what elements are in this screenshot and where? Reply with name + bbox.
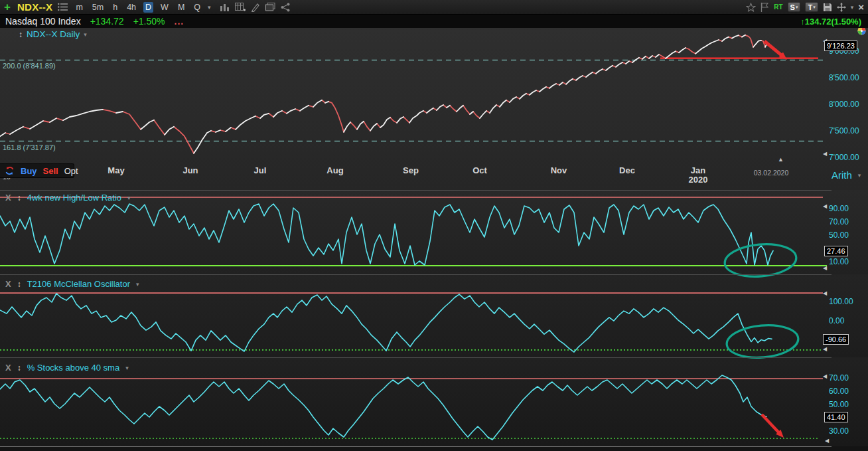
close-pane-button[interactable]: X <box>5 193 11 203</box>
trading-app-window: + NDX--X m 5m h 4h D W M Q ▾ <box>0 0 868 451</box>
chart-plot-canvas <box>0 0 868 451</box>
order-bar: Buy Sell Opt <box>0 163 74 178</box>
axis-tick-label: 70.00 <box>829 373 849 383</box>
pane-separator[interactable] <box>0 190 832 191</box>
axis-range-marker-icon: ▲ <box>778 157 784 163</box>
indicator-title[interactable]: % Stocks above 40 sma <box>27 363 119 373</box>
chart-bars-icon[interactable] <box>220 3 230 11</box>
axis-range-marker-icon: ◀ <box>823 291 827 296</box>
close-pane-button[interactable]: X <box>5 279 11 289</box>
highlow-ratio-header: X ↕ 4wk new High/Low Ratio ▾ <box>5 193 131 203</box>
mcclellan-header: X ↕ T2106 McClellan Oscillator ▾ <box>5 279 139 289</box>
time-axis-month-label: May <box>108 165 124 175</box>
axis-tick-label: 50.00 <box>829 230 849 240</box>
realtime-badge: RT <box>774 3 782 11</box>
axis-range-marker-icon: ◀ <box>825 438 829 444</box>
indicator-title[interactable]: T2106 McClellan Oscillator <box>27 279 130 289</box>
move-window-icon[interactable] <box>837 3 846 12</box>
time-axis-month-label: Oct <box>472 165 487 175</box>
axis-tick-label: 8'500.00 <box>829 73 859 82</box>
updown-arrow-icon[interactable]: ↕ <box>17 280 21 289</box>
sell-button[interactable]: Sell <box>43 166 58 176</box>
favorite-star-icon[interactable] <box>746 3 756 12</box>
updown-arrow-icon[interactable]: ↕ <box>19 30 23 39</box>
watchlist-icon[interactable] <box>58 3 68 11</box>
chart-symbol-selector[interactable]: ↕ NDX--X Daily ▾ <box>19 29 87 39</box>
time-axis-month-label: Jul <box>254 165 267 175</box>
fib-level-200-label: 200.0 (8'841.89) <box>3 62 56 70</box>
symbol-name: Nasdaq 100 Index <box>5 16 81 27</box>
symbol-title-bar: Nasdaq 100 Index +134.72 +1.50% ... ↑134… <box>0 15 868 28</box>
options-button[interactable]: Opt <box>64 166 78 176</box>
indicator-title[interactable]: 4wk new High/Low Ratio <box>27 193 121 203</box>
chevron-down-icon[interactable]: ▾ <box>84 31 87 38</box>
chevron-down-icon[interactable]: ▾ <box>858 172 861 179</box>
timeframe-w[interactable]: W <box>159 2 171 13</box>
chevron-down-icon[interactable]: ▾ <box>127 195 131 201</box>
time-axis-month-label: Jan <box>691 165 705 175</box>
axis-range-marker-icon: ◀ <box>823 266 827 271</box>
symbol-link-s-button[interactable]: S▾ <box>788 2 801 12</box>
axis-tick-label: 7'500.00 <box>829 126 859 135</box>
window-dropdown-icon[interactable]: ▾ <box>851 4 854 11</box>
flag-icon[interactable] <box>760 3 769 12</box>
timeframe-m[interactable]: m <box>74 2 84 13</box>
timeframe-q[interactable]: Q <box>192 2 202 13</box>
drawing-tool-icon[interactable] <box>251 3 260 12</box>
formula-grid-icon[interactable] <box>235 3 246 12</box>
stocks-above-40sma-header: X ↕ % Stocks above 40 sma ▾ <box>5 363 129 373</box>
chart-symbol-label[interactable]: NDX--X Daily <box>27 29 80 39</box>
timeframe-m2[interactable]: M <box>176 2 186 13</box>
add-symbol-icon[interactable]: + <box>4 1 11 13</box>
axis-tick-label: 50.00 <box>829 400 849 409</box>
axis-tick-label: 30.00 <box>829 426 849 436</box>
share-icon[interactable] <box>281 3 290 12</box>
ticker-change-badge: ↑134.72(1.50%) <box>800 17 863 27</box>
pane-separator[interactable] <box>0 446 832 447</box>
timeframe-4h[interactable]: 4h <box>125 2 138 13</box>
top-toolbar: + NDX--X m 5m h 4h D W M Q ▾ <box>0 0 868 15</box>
updown-arrow-icon[interactable]: ↕ <box>17 363 21 373</box>
pane-separator[interactable] <box>0 357 832 358</box>
timeframe-dropdown-icon[interactable]: ▾ <box>208 4 211 11</box>
more-ellipsis[interactable]: ... <box>175 16 184 27</box>
time-axis-month-label: Sep <box>403 165 419 175</box>
symbol-input[interactable]: NDX--X <box>17 1 52 13</box>
axis-range-marker-icon: ◀ <box>823 151 827 157</box>
highlow-ratio-value-box: 27.46 <box>824 246 848 256</box>
axis-tick-label: 8'000.00 <box>829 100 859 109</box>
chevron-down-icon[interactable]: ▾ <box>125 365 129 371</box>
axis-tick-label: 0.00 <box>829 316 844 325</box>
time-axis-month-label: Jun <box>182 165 198 175</box>
stocks-above-40sma-value-box: 41.40 <box>824 412 848 422</box>
time-axis-year-label: 2020 <box>689 175 708 185</box>
buy-button[interactable]: Buy <box>21 166 37 176</box>
timeframe-5m[interactable]: 5m <box>90 2 106 13</box>
close-icon[interactable]: × <box>858 2 864 12</box>
pane-separator[interactable] <box>0 274 832 275</box>
timeframe-daily-selected[interactable]: D <box>143 2 153 13</box>
updown-arrow-icon[interactable]: ↕ <box>17 193 21 203</box>
axis-tick-label: 100.00 <box>829 297 853 306</box>
mcclellan-value-box: -90.66 <box>823 334 849 345</box>
fib-level-161-label: 161.8 (7'317.87) <box>3 143 56 151</box>
axis-tick-label: 60.00 <box>829 387 849 396</box>
last-price-box: 9'126.23 <box>824 41 857 51</box>
chevron-down-icon[interactable]: ▾ <box>136 281 139 288</box>
close-pane-button[interactable]: X <box>5 363 11 373</box>
axis-tick-label: 7'000.00 <box>829 153 859 162</box>
symbol-link-t-button[interactable]: T▾ <box>805 2 818 12</box>
save-icon[interactable] <box>823 3 832 12</box>
axis-range-marker-icon: ◀ <box>823 204 827 209</box>
scale-label[interactable]: Arith <box>832 169 852 181</box>
axis-range-marker-icon: ◀ <box>823 347 827 352</box>
axis-tick-label: 70.00 <box>829 217 849 226</box>
axis-range-marker-icon: ◀ <box>823 374 827 379</box>
last-date-label: 03.02.2020 <box>754 169 789 177</box>
timeframe-h[interactable]: h <box>111 2 119 13</box>
price-change: +134.72 <box>90 16 124 27</box>
time-axis-month-label: Nov <box>551 165 567 175</box>
refresh-icon[interactable] <box>5 166 15 175</box>
scale-selector[interactable]: Arith ▾ <box>832 169 861 181</box>
templates-icon[interactable] <box>265 3 275 11</box>
